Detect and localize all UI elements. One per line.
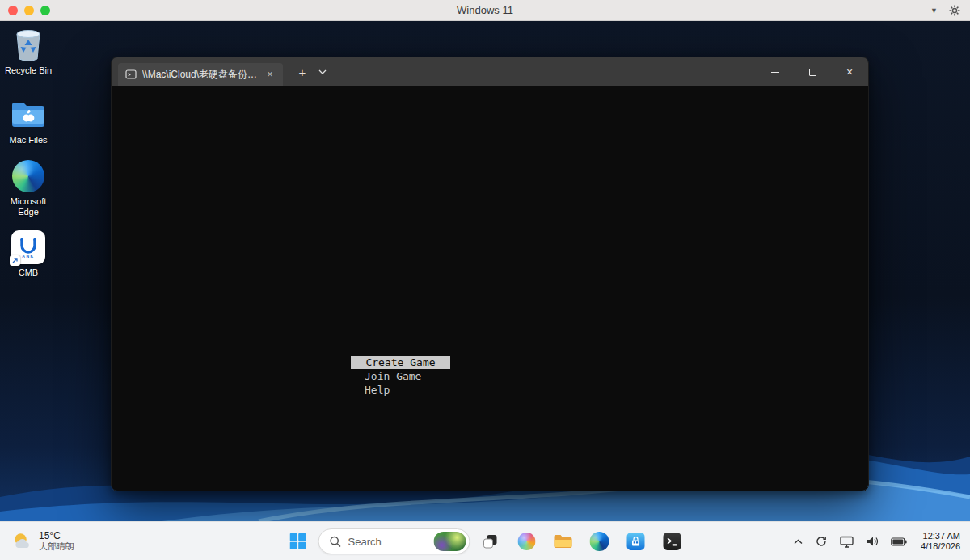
task-view-button[interactable] [474,525,507,558]
microsoft-store-icon [627,533,645,550]
terminal-screen[interactable]: Create Game Join Game Help [112,86,868,491]
terminal-tab[interactable]: \\Mac\iCloud\老硬盘备份\Key × [118,63,283,86]
clock-time: 12:37 AM [923,531,960,541]
maximize-button[interactable] [794,57,831,86]
desktop-icon-label: Mac Files [9,135,47,145]
tui-game-menu: Create Game Join Game Help [351,356,450,397]
weather-icon [11,531,32,552]
tab-close-icon[interactable]: × [264,68,276,81]
desktop-icon-cmb[interactable]: ANK CMB [0,229,57,278]
menu-item-help[interactable]: Help [351,383,450,397]
mac-files-folder-icon [11,97,46,133]
minimize-button[interactable] [757,57,794,86]
terminal-window: \\Mac\iCloud\老硬盘备份\Key × + × Create Game… [111,57,869,491]
edge-icon [11,158,46,194]
sync-icon[interactable] [813,525,829,558]
cmb-icon-text: ANK [22,254,34,259]
widgets-weather-button[interactable]: 15°C 大部晴朗 [3,524,82,559]
search-icon [330,536,342,548]
folder-icon [554,533,573,549]
terminal-icon [664,533,681,550]
search-placeholder: Search [348,536,428,548]
macos-titlebar: Windows 11 ▼ [0,0,970,21]
chevron-down-icon[interactable]: ▼ [930,6,938,15]
task-view-icon [482,533,500,550]
cmb-app-icon: ANK [11,229,46,265]
search-highlight-image [434,532,466,551]
desktop-icon-microsoft-edge[interactable]: Microsoft Edge [0,158,57,217]
desktop-icon-label: Recycle Bin [5,65,52,76]
taskbar-clock[interactable]: 12:37 AM 4/18/2026 [917,531,964,552]
tab-title: \\Mac\iCloud\老硬盘备份\Key [142,68,258,82]
recycle-bin-icon [11,27,46,63]
edge-button[interactable] [584,525,616,558]
weather-condition: 大部晴朗 [39,541,74,552]
tab-terminal-icon [125,69,137,79]
microsoft-store-button[interactable] [620,525,652,558]
menu-item-create-game[interactable]: Create Game [351,356,450,369]
window-title: Windows 11 [0,0,970,21]
tray-chevron-up-icon[interactable] [792,525,804,558]
desktop-icon-mac-files[interactable]: Mac Files [0,97,57,145]
shortcut-arrow-icon [10,255,20,266]
battery-icon[interactable] [889,525,909,558]
clock-date: 4/18/2026 [921,541,960,552]
terminal-titlebar[interactable]: \\Mac\iCloud\老硬盘备份\Key × + × [112,57,868,86]
copilot-icon [518,533,536,550]
edge-icon [590,532,609,551]
weather-temp: 15°C [39,531,74,541]
gear-icon[interactable] [949,5,960,16]
volume-icon[interactable] [864,525,880,558]
windows-taskbar: 15°C 大部晴朗 Search [0,521,970,560]
terminal-button[interactable] [656,525,689,558]
close-button[interactable]: × [831,57,868,86]
copilot-button[interactable] [511,525,543,558]
desktop: Recycle Bin Mac Files Microsoft [0,21,970,521]
new-tab-button[interactable]: + [293,62,312,82]
tab-dropdown-chevron-icon[interactable] [314,62,331,82]
display-icon[interactable] [838,525,855,558]
desktop-icon-label: Microsoft Edge [0,196,57,217]
desktop-icon-recycle-bin[interactable]: Recycle Bin [0,27,57,76]
vm-window: Windows 11 ▼ [0,0,970,560]
windows-logo-icon [290,533,306,549]
search-box[interactable]: Search [318,528,470,554]
file-explorer-button[interactable] [547,525,580,558]
menu-item-join-game[interactable]: Join Game [351,369,450,383]
desktop-icon-label: CMB [19,267,38,278]
start-button[interactable] [282,525,314,558]
